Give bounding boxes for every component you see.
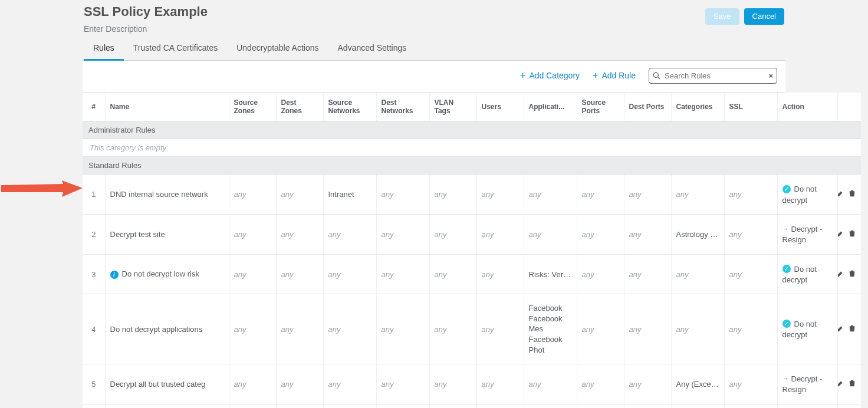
- svg-point-1: [653, 73, 658, 77]
- column-header[interactable]: SSL: [724, 93, 777, 121]
- column-header[interactable]: Dest Networks: [376, 93, 429, 121]
- tab-trusted-ca-certificates[interactable]: Trusted CA Certificates: [124, 36, 227, 60]
- table-row[interactable]: 4Do not decrypt applicationsanyanyanyany…: [83, 294, 861, 364]
- plus-icon: +: [520, 71, 525, 80]
- annotation-arrow: [1, 180, 84, 198]
- action-cell: →Decrypt - Resign: [777, 215, 837, 255]
- clear-icon[interactable]: ×: [768, 71, 773, 80]
- column-header[interactable]: Categories: [671, 93, 724, 121]
- column-header[interactable]: Source Networks: [323, 93, 376, 121]
- column-header[interactable]: Action: [777, 93, 837, 121]
- add-rule-button[interactable]: +Add Rule: [593, 71, 636, 80]
- edit-icon[interactable]: [837, 324, 844, 334]
- table-row[interactable]: 2Decrypt test siteanyanyanyanyanyanyanya…: [83, 215, 861, 255]
- category-row: Administrator Rules: [83, 121, 861, 139]
- column-header[interactable]: Applicati...: [524, 93, 577, 121]
- table-header-row: #NameSource ZonesDest ZonesSource Networ…: [83, 93, 861, 121]
- delete-icon[interactable]: [848, 229, 856, 239]
- column-header[interactable]: Source Ports: [577, 93, 624, 121]
- column-header[interactable]: Source Zones: [229, 93, 276, 121]
- toolbar: +Add Category +Add Rule ×: [83, 61, 785, 93]
- action-arrow-icon: →: [782, 374, 789, 383]
- page: SSL Policy Example Enter Description Sav…: [83, 0, 785, 408]
- tab-undecryptable-actions[interactable]: Undecryptable Actions: [227, 36, 328, 60]
- edit-icon[interactable]: [837, 379, 844, 389]
- action-cell: →Decrypt - Resign: [777, 364, 837, 404]
- column-header[interactable]: Name: [105, 93, 229, 121]
- info-icon: i: [110, 271, 119, 279]
- table-row[interactable]: 1DND internal source networkanyanyIntran…: [83, 175, 861, 215]
- search-input[interactable]: [663, 71, 768, 81]
- search-box[interactable]: ×: [649, 68, 777, 84]
- action-cell: Do not decrypt: [777, 175, 837, 215]
- action-ok-icon: [782, 320, 791, 328]
- column-header[interactable]: VLAN Tags: [429, 93, 476, 121]
- edit-icon[interactable]: [837, 229, 844, 239]
- table-row[interactable]: 5Decrypt all but trusted categanyanyanya…: [83, 364, 861, 404]
- delete-icon[interactable]: [848, 189, 856, 199]
- page-title: SSL Policy Example: [84, 4, 208, 21]
- delete-icon[interactable]: [848, 379, 856, 389]
- category-row: Standard Rules: [83, 157, 861, 175]
- plus-icon: +: [593, 71, 598, 80]
- delete-icon[interactable]: [848, 324, 856, 334]
- action-ok-icon: [782, 265, 791, 273]
- cancel-button[interactable]: Cancel: [744, 8, 784, 25]
- svg-marker-0: [1, 180, 83, 197]
- column-header[interactable]: Users: [476, 93, 524, 121]
- table-row[interactable]: 6iBlock bad cert statusanyanyanyanyanyan…: [83, 404, 861, 408]
- tabs: RulesTrusted CA CertificatesUndecryptabl…: [83, 36, 785, 61]
- save-button[interactable]: Save: [705, 8, 739, 25]
- description-field[interactable]: Enter Description: [84, 24, 208, 34]
- action-arrow-icon: →: [782, 225, 789, 233]
- column-header[interactable]: #: [83, 93, 105, 121]
- edit-icon[interactable]: [837, 269, 844, 279]
- table-row[interactable]: 3iDo not decrypt low riskanyanyanyanyany…: [83, 254, 861, 294]
- action-cell: Do not decrypt: [777, 254, 837, 294]
- action-cell: Block: [777, 404, 837, 408]
- search-icon: [653, 72, 660, 80]
- action-ok-icon: [782, 185, 791, 193]
- delete-icon[interactable]: [848, 269, 856, 279]
- column-header[interactable]: Dest Ports: [624, 93, 671, 121]
- action-cell: Do not decrypt: [777, 294, 837, 364]
- empty-row: This category is empty: [83, 139, 861, 157]
- svg-line-2: [658, 77, 660, 79]
- add-category-button[interactable]: +Add Category: [520, 71, 580, 80]
- column-header[interactable]: Dest Zones: [276, 93, 323, 121]
- tab-rules[interactable]: Rules: [84, 36, 124, 60]
- edit-icon[interactable]: [837, 189, 844, 199]
- tab-advanced-settings[interactable]: Advanced Settings: [328, 36, 416, 60]
- rules-table: #NameSource ZonesDest ZonesSource Networ…: [83, 93, 861, 408]
